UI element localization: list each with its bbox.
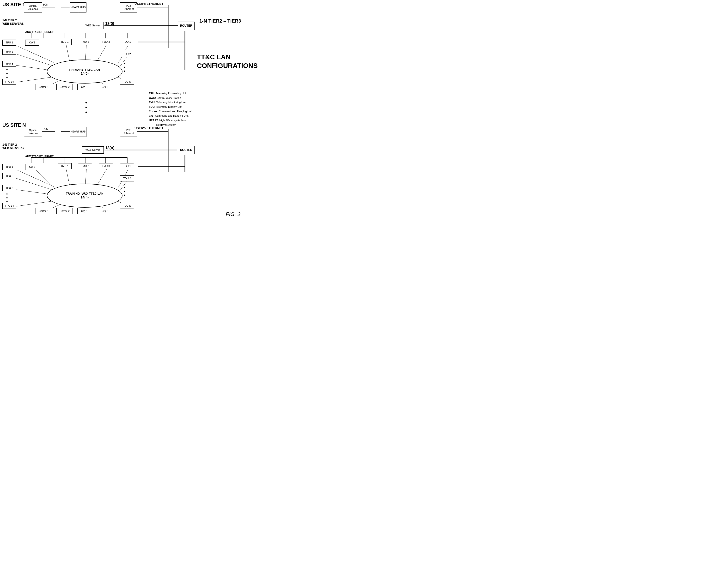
s1-cortex1: Cortex 1: [36, 84, 52, 90]
diagram-lines: [0, 0, 288, 235]
sn-cws: CWS: [25, 164, 39, 170]
s1-tpu2: TPU 2: [2, 49, 16, 55]
s1-users-ethernet-label: USER's ETHERNET: [135, 2, 163, 5]
sn-tmu3: TMU 3: [99, 163, 113, 169]
svg-line-49: [13, 168, 55, 187]
sn-scsi-label: SCSI: [43, 128, 48, 130]
sn-training-lan-id: 14(n): [81, 195, 88, 199]
svg-line-52: [13, 201, 54, 207]
svg-line-54: [66, 169, 69, 185]
legend-cws-abbr: CWS:: [149, 97, 156, 99]
svg-line-55: [85, 169, 86, 185]
svg-line-16: [13, 53, 55, 67]
sn-cortex2: Cortex 2: [57, 208, 73, 214]
sn-crg1: Crg 1: [77, 208, 91, 214]
svg-line-21: [85, 44, 86, 61]
legend-tpu-full: Telemetry Processing Unit: [156, 92, 187, 95]
legend-tmu-full: Telemetry Monitoring Unit: [156, 101, 186, 104]
s1-primary-lan-id: 14(0): [81, 71, 88, 75]
siten-label: US SITE N: [2, 122, 26, 128]
s1-scsi-label: SCSI: [43, 3, 48, 6]
sn-tdu1: TDU 1: [120, 163, 134, 169]
s1-web-server: WEB Server: [82, 22, 104, 29]
svg-line-15: [13, 44, 55, 63]
sn-web-server-id: 13(n): [105, 146, 114, 150]
sn-tdu-dots: •••: [124, 186, 126, 197]
sn-training-lan-label: TRAINING / AUX TT&C LAN: [66, 192, 103, 195]
svg-line-19: [35, 44, 54, 64]
sn-optical-jukebox: Optical Jukebox: [24, 127, 42, 137]
sn-tpu-dots: •••: [6, 192, 8, 204]
legend-crg-abbr: Crg:: [149, 114, 155, 117]
legend-crg-full: Command and Ranging Unit: [155, 114, 188, 117]
s1-tdun: TDU N: [120, 79, 134, 85]
sn-tmu1: TMU 1: [58, 163, 72, 169]
s1-cws: CWS: [25, 40, 39, 46]
svg-line-20: [66, 44, 69, 61]
sn-tier-label: 1-N TIER 2 WEB SERVERS: [2, 143, 23, 150]
tier-right-label: 1-N TIER2 – TIER3: [199, 18, 241, 24]
legend-tpu-abbr: TPU:: [149, 92, 155, 95]
sn-crg2: Crg 2: [98, 208, 112, 214]
sn-users-ethernet-label: USER's ETHERNET: [135, 126, 163, 130]
config-right-label: TT&C LANCONFIGURATIONS: [197, 53, 258, 70]
s1-tmu3: TMU 3: [99, 39, 113, 45]
s1-tpu1: TPU 1: [2, 40, 16, 46]
sn-tpu14: TPU 14: [2, 203, 16, 209]
sn-tpu3: TPU 3: [2, 185, 16, 191]
s1-router: ROUTER: [178, 22, 195, 30]
sn-aux-label: AUX TT&C ETHERNET: [25, 155, 54, 158]
legend-heart-abbr: HEART:: [149, 119, 159, 122]
sn-cortex1: Cortex 1: [36, 208, 52, 214]
s1-primary-lan-label: PRIMARY TT&C LAN: [69, 68, 100, 71]
legend-cortex-abbr: Cortex:: [149, 110, 158, 113]
s1-crg1: Crg 1: [77, 84, 91, 90]
sn-tpu1: TPU 1: [2, 164, 16, 170]
s1-tdu1: TDU 1: [120, 39, 134, 45]
legend-tmu-abbr: TMU:: [149, 101, 156, 104]
site1-label: US SITE 1: [2, 2, 25, 7]
s1-tpu14: TPU 14: [2, 79, 16, 85]
sn-router: ROUTER: [178, 146, 195, 154]
legend: TPU: Telemetry Processing Unit CWS: Cont…: [149, 91, 192, 127]
s1-tdu-dots: •••: [124, 61, 126, 73]
s1-optical-jukebox: Optical Jukebox: [24, 2, 42, 13]
legend-cws-full: Control Work Station: [157, 97, 181, 99]
sn-heart-hub: HEART HUB: [69, 127, 86, 137]
sn-tdun: TDU N: [120, 203, 134, 209]
s1-tmu1: TMU 1: [58, 39, 72, 45]
s1-aux-label: AUX TT&C ETHERNET: [25, 30, 54, 33]
svg-line-53: [35, 169, 54, 188]
s1-cortex2: Cortex 2: [57, 84, 73, 90]
sn-tpu2: TPU 2: [2, 173, 16, 179]
legend-tdu-full: Telemetry Display Unit: [156, 105, 182, 108]
sn-tdu2: TDU 2: [120, 175, 134, 182]
s1-web-server-id: 13(0): [105, 22, 114, 26]
svg-line-18: [13, 77, 54, 83]
s1-heart-hub: HEART HUB: [69, 2, 86, 13]
s1-primary-lan-ellipse: PRIMARY TT&C LAN 14(0): [47, 60, 122, 84]
middle-dots: •••: [85, 100, 88, 114]
svg-line-24: [118, 55, 128, 68]
s1-tier-label: 1-N TIER 2 WEB SERVERS: [2, 19, 23, 25]
diagram-container: US SITE 1 Optical Jukebox SCSI HEART HUB…: [0, 0, 288, 235]
s1-tpu3: TPU 3: [2, 61, 16, 67]
fig-label: FIG. 2: [226, 211, 240, 217]
sn-tmu2: TMU 2: [78, 163, 92, 169]
sn-web-server: WEB Server: [82, 146, 104, 153]
svg-line-50: [13, 177, 55, 191]
s1-crg2: Crg 2: [98, 84, 112, 90]
s1-tpu-dots: •••: [6, 68, 8, 80]
sn-training-lan-ellipse: TRAINING / AUX TT&C LAN 14(n): [47, 184, 122, 208]
legend-tdu-abbr: TDU:: [149, 105, 155, 108]
legend-cortex-full: Command and Ranging Unit: [159, 110, 193, 113]
s1-tmu2: TMU 2: [78, 39, 92, 45]
s1-tdu2: TDU 2: [120, 51, 134, 57]
